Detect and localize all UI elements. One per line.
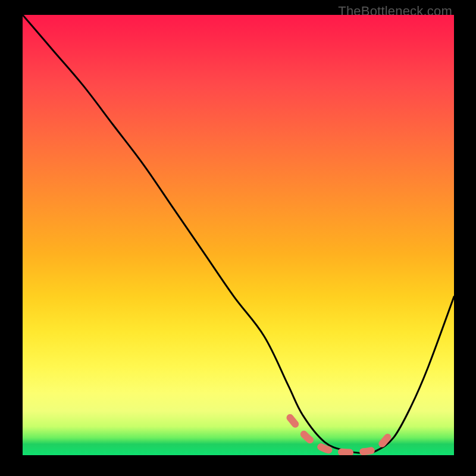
chart-container: TheBottleneck.com (0, 0, 476, 476)
bottleneck-curve-path (23, 15, 454, 453)
bottleneck-curve (23, 15, 454, 455)
highlight-range-path (290, 418, 390, 453)
plot-area (23, 15, 454, 455)
